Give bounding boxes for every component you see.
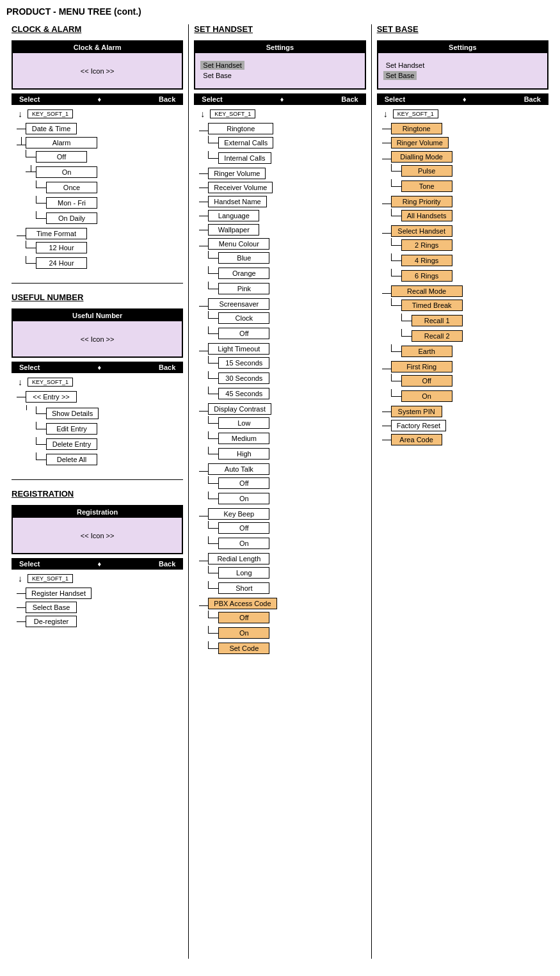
set-handset-tree: Ringtone External Calls Internal Calls bbox=[199, 122, 365, 657]
sep-reg bbox=[12, 479, 183, 480]
useful-tree: << Entry >> Show Details Edit Entry bbox=[17, 390, 183, 468]
node-12-hour: 12 Hour bbox=[36, 242, 87, 253]
registration-screen: Registration << Icon >> bbox=[12, 505, 183, 554]
node-on-daily: On Daily bbox=[46, 212, 97, 224]
node-b-recall1: Recall 1 bbox=[412, 315, 463, 326]
select-label-h[interactable]: Select bbox=[202, 95, 222, 103]
clock-alarm-screen-header: Clock & Alarm bbox=[13, 42, 182, 53]
key-soft-arrow-3: ↓ KEY_SOFT_1 bbox=[18, 573, 183, 584]
tree-row-time-format: Time Format 12 Hour 24 Hour bbox=[17, 228, 183, 270]
key-soft-b[interactable]: KEY_SOFT_1 bbox=[393, 109, 438, 118]
node-h-receiver-vol: Receiver Volume bbox=[208, 182, 273, 193]
node-b-ring-priority: Ring Priority bbox=[391, 196, 452, 207]
back-label-b[interactable]: Back bbox=[524, 95, 541, 103]
node-b-fr-on: On bbox=[401, 390, 452, 402]
node-h-15sec: 15 Seconds bbox=[218, 357, 269, 369]
node-b-area-code: Area Code bbox=[391, 434, 442, 445]
node-delete-entry: Delete Entry bbox=[46, 438, 97, 450]
select-label-2[interactable]: Select bbox=[19, 364, 40, 371]
node-b-2rings: 2 Rings bbox=[401, 239, 452, 251]
h-connector bbox=[17, 129, 26, 129]
node-delete-all: Delete All bbox=[46, 454, 97, 465]
registration-tree: Register Handset Select Base De-register bbox=[17, 586, 183, 628]
node-h-at-on: On bbox=[218, 493, 269, 504]
back-label[interactable]: Back bbox=[159, 95, 175, 103]
node-h-long: Long bbox=[218, 567, 269, 579]
set-handset-screen-body: Set Handset Set Base bbox=[195, 53, 364, 88]
back-label-h[interactable]: Back bbox=[341, 95, 358, 103]
back-label-2[interactable]: Back bbox=[159, 364, 175, 371]
set-base-screen-body: Set Handset Set Base bbox=[378, 53, 547, 88]
back-label-3[interactable]: Back bbox=[159, 560, 175, 568]
node-h-ringer-vol: Ringer Volume bbox=[208, 168, 266, 179]
node-b-recall2: Recall 2 bbox=[412, 330, 463, 342]
select-label[interactable]: Select bbox=[19, 95, 40, 103]
node-h-45sec: 45 Seconds bbox=[218, 388, 269, 399]
sep-useful bbox=[12, 283, 183, 284]
key-soft-2[interactable]: KEY_SOFT_1 bbox=[28, 378, 73, 387]
node-h-ringtone: Ringtone bbox=[208, 123, 273, 134]
node-b-all-handsets: All Handsets bbox=[401, 210, 452, 221]
node-h-redial-length: Redial Length bbox=[208, 553, 269, 564]
col2-title: SET HANDSET bbox=[194, 24, 365, 34]
diamond-icon-3: ♦ bbox=[97, 560, 101, 568]
node-h-ext-calls: External Calls bbox=[218, 137, 273, 148]
key-soft-3[interactable]: KEY_SOFT_1 bbox=[28, 574, 73, 583]
node-h-light-timeout: Light Timeout bbox=[208, 343, 269, 355]
set-base-item1: Set Handset bbox=[383, 61, 428, 70]
node-h-pbx-on: On bbox=[218, 627, 269, 639]
arrow-icon: ↓ bbox=[18, 109, 22, 119]
set-handset-item1: Set Handset bbox=[200, 61, 244, 70]
useful-number-screen-header: Useful Number bbox=[13, 310, 182, 321]
key-soft-1[interactable]: KEY_SOFT_1 bbox=[28, 109, 73, 118]
clock-alarm-screen-body: << Icon >> bbox=[13, 53, 182, 88]
node-mon-fri: Mon - Fri bbox=[46, 197, 97, 209]
registration-screen-body: << Icon >> bbox=[13, 518, 182, 553]
useful-number-screen-body: << Icon >> bbox=[13, 321, 182, 356]
set-handset-item2: Set Base bbox=[200, 71, 234, 80]
node-b-6rings: 6 Rings bbox=[401, 270, 452, 282]
registration-select-bar: Select ♦ Back bbox=[12, 558, 183, 570]
select-label-b[interactable]: Select bbox=[385, 95, 405, 103]
node-h-pink: Pink bbox=[218, 283, 269, 294]
node-b-timed-break: Timed Break bbox=[401, 300, 463, 311]
node-h-auto-talk: Auto Talk bbox=[208, 463, 269, 475]
node-b-ringer-vol: Ringer Volume bbox=[391, 137, 449, 148]
node-h-wallpaper: Wallpaper bbox=[208, 224, 259, 236]
node-h-display-contrast: Display Contrast bbox=[208, 403, 271, 415]
key-soft-h[interactable]: KEY_SOFT_1 bbox=[210, 109, 255, 118]
useful-number-screen: Useful Number << Icon >> bbox=[12, 308, 183, 358]
select-label-3[interactable]: Select bbox=[19, 560, 40, 568]
clock-alarm-tree: Date & Time Alarm Off bbox=[17, 122, 183, 271]
node-b-recall-mode: Recall Mode bbox=[391, 285, 463, 297]
node-b-factory-reset: Factory Reset bbox=[391, 420, 446, 431]
node-b-pulse: Pulse bbox=[401, 165, 452, 177]
page-container: PRODUCT - MENU TREE (cont.) CLOCK & ALAR… bbox=[6, 6, 554, 959]
node-h-set-code: Set Code bbox=[218, 643, 269, 654]
useful-select-bar: Select ♦ Back bbox=[12, 362, 183, 373]
clock-alarm-icon-text: << Icon >> bbox=[81, 67, 115, 75]
arrow-icon-3: ↓ bbox=[18, 573, 22, 584]
column-set-handset: SET HANDSET Settings Set Handset Set Bas… bbox=[189, 24, 371, 959]
key-soft-arrow-h: ↓ KEY_SOFT_1 bbox=[200, 109, 365, 119]
clock-alarm-select-bar: Select ♦ Back bbox=[12, 93, 183, 105]
column-clock-alarm: CLOCK & ALARM Clock & Alarm << Icon >> S… bbox=[6, 24, 189, 959]
set-handset-screen-header: Settings bbox=[195, 42, 364, 53]
key-soft-arrow-1: ↓ KEY_SOFT_1 bbox=[18, 109, 183, 119]
node-h-short: Short bbox=[218, 582, 269, 594]
set-handset-select-bar: Select ♦ Back bbox=[194, 93, 365, 105]
useful-icon-text: << Icon >> bbox=[81, 335, 115, 343]
node-h-handset-name: Handset Name bbox=[208, 196, 266, 207]
node-alarm: Alarm bbox=[26, 137, 97, 148]
node-h-int-calls: Internal Calls bbox=[218, 152, 271, 164]
diamond-icon-2: ♦ bbox=[97, 364, 101, 371]
node-h-kb-off: Off bbox=[218, 522, 269, 534]
node-entry: << Entry >> bbox=[26, 391, 77, 403]
node-once: Once bbox=[46, 182, 97, 193]
arrow-icon-b: ↓ bbox=[383, 109, 388, 119]
node-h-30sec: 30 Seconds bbox=[218, 372, 269, 384]
col1-title: CLOCK & ALARM bbox=[12, 24, 183, 34]
set-base-tree: Ringtone Ringer Volume Dialling Mode Pul… bbox=[382, 122, 548, 447]
node-off: Off bbox=[36, 151, 87, 163]
node-on: On bbox=[36, 166, 97, 178]
